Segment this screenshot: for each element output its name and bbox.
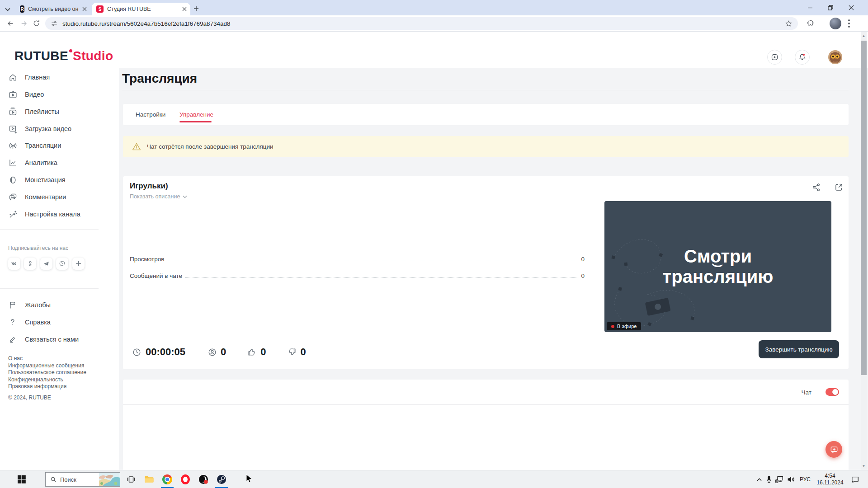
open-external-icon[interactable] bbox=[834, 183, 844, 194]
search-highlight-art[interactable] bbox=[99, 473, 120, 486]
share-icon[interactable] bbox=[811, 183, 821, 194]
tray-network-icon[interactable] bbox=[774, 470, 785, 488]
url-text[interactable]: studio.rutube.ru/stream/5602e4a7b516ef2e… bbox=[62, 20, 231, 27]
warning-text: Чат сотрётся после завершения трансляции bbox=[147, 143, 274, 150]
task-view-button[interactable] bbox=[125, 470, 137, 488]
sidebar-divider bbox=[0, 288, 99, 289]
notifications-button[interactable] bbox=[795, 50, 810, 65]
sidebar-item-playlists[interactable]: Плейлисты bbox=[0, 106, 115, 117]
live-dot-icon bbox=[611, 325, 614, 328]
scrollbar-up-arrow[interactable]: ▲ bbox=[861, 33, 867, 39]
browser-tab-1[interactable]: R Смотреть видео онлайн от «S bbox=[15, 3, 90, 15]
sidebar-item-streams[interactable]: Трансляции bbox=[0, 140, 115, 151]
rutube-favicon-icon: R bbox=[20, 5, 24, 13]
tray-chevron-up-icon[interactable] bbox=[754, 470, 764, 488]
footer-link-user-agreement[interactable]: Пользовательское соглашение bbox=[8, 369, 86, 376]
chat-card: Чат bbox=[123, 380, 849, 470]
social-vk-icon[interactable] bbox=[8, 258, 20, 270]
sidebar-item-comments[interactable]: Комментарии bbox=[0, 191, 115, 203]
tab-title: Смотреть видео онлайн от «S bbox=[28, 6, 78, 12]
coin-icon bbox=[8, 175, 18, 185]
sidebar-item-home[interactable]: Главная bbox=[0, 71, 115, 83]
upload-video-icon bbox=[8, 124, 18, 134]
sidebar-item-channel-settings[interactable]: Настройка канала bbox=[0, 208, 115, 220]
sidebar-item-label: Видео bbox=[25, 91, 44, 98]
steam-taskbar-button[interactable] bbox=[215, 470, 228, 488]
sidebar-item-label: Загрузка видео bbox=[25, 125, 71, 132]
chat-toggle[interactable] bbox=[826, 388, 839, 396]
window-minimize-icon[interactable] bbox=[800, 0, 820, 15]
rutube-studio-favicon-icon: S bbox=[96, 5, 104, 13]
chat-toggle-label: Чат bbox=[802, 389, 811, 396]
sidebar-item-help[interactable]: Справка bbox=[0, 316, 115, 328]
browser-profile-avatar[interactable] bbox=[830, 18, 841, 29]
bookmark-star-icon[interactable] bbox=[785, 20, 793, 28]
warning-triangle-icon bbox=[132, 142, 141, 151]
scrollbar-down-arrow[interactable]: ▼ bbox=[861, 463, 867, 469]
footer-link-privacy[interactable]: Конфиденциальность bbox=[8, 376, 86, 384]
social-viber-icon[interactable] bbox=[56, 258, 68, 270]
rutube-studio-logo[interactable]: RUTUBEStudio bbox=[14, 49, 113, 63]
tray-microphone-icon[interactable] bbox=[764, 470, 774, 488]
stat-value: 0 bbox=[581, 256, 585, 263]
tab-close-icon[interactable] bbox=[182, 7, 187, 11]
tab-management-active[interactable]: Управление bbox=[179, 111, 213, 118]
tab-search-chevron-icon[interactable] bbox=[5, 5, 11, 14]
site-settings-tune-icon[interactable] bbox=[51, 20, 58, 27]
forward-icon[interactable] bbox=[20, 19, 28, 28]
new-tab-icon[interactable] bbox=[193, 5, 199, 13]
chrome-icon bbox=[162, 474, 172, 484]
sidebar-item-upload[interactable]: Загрузка видео bbox=[0, 123, 115, 135]
social-telegram-icon[interactable] bbox=[40, 258, 52, 270]
tray-clock[interactable]: 4:54 16.11.2024 bbox=[814, 470, 846, 488]
page-scrollbar-thumb[interactable] bbox=[861, 41, 867, 375]
tab-settings[interactable]: Настройки bbox=[136, 111, 165, 118]
footer-link-about[interactable]: О нас bbox=[8, 355, 86, 362]
live-badge-label: В эфире bbox=[617, 324, 637, 329]
chrome-taskbar-button[interactable] bbox=[161, 470, 174, 488]
sidebar-item-analytics[interactable]: Аналитика bbox=[0, 157, 115, 169]
window-close-icon[interactable] bbox=[841, 0, 861, 15]
footer-link-info-messages[interactable]: Информационные сообщения bbox=[8, 362, 86, 370]
preview-headline-line2: трансляцию bbox=[663, 267, 774, 287]
support-widget-button[interactable] bbox=[826, 441, 842, 458]
taskbar-search-box[interactable]: Поиск bbox=[45, 472, 120, 487]
tray-volume-icon[interactable] bbox=[786, 470, 797, 488]
broadcast-icon bbox=[8, 141, 18, 150]
viewers-icon bbox=[208, 347, 217, 357]
stream-live-stats-row: 00:00:05 0 0 0 bbox=[132, 346, 306, 358]
sidebar-item-label: Монетизация bbox=[25, 176, 66, 183]
obs-taskbar-button[interactable] bbox=[197, 470, 210, 488]
tray-language-indicator[interactable]: РУС bbox=[798, 470, 812, 488]
file-explorer-button[interactable] bbox=[143, 470, 156, 488]
window-restore-icon[interactable] bbox=[820, 0, 840, 15]
sidebar-item-monetization[interactable]: Монетизация bbox=[0, 174, 115, 186]
sidebar-item-contact-us[interactable]: Связаться с нами bbox=[0, 333, 115, 345]
opera-taskbar-button[interactable] bbox=[179, 470, 192, 488]
address-bar[interactable]: studio.rutube.ru/stream/5602e4a7b516ef2e… bbox=[45, 17, 798, 30]
user-avatar-owl[interactable] bbox=[828, 50, 842, 64]
browser-tab-2-active[interactable]: S Студия RUTUBE bbox=[92, 3, 190, 15]
social-more-icon[interactable] bbox=[72, 258, 85, 270]
tray-time: 4:54 bbox=[825, 473, 835, 479]
sidebar-item-complaints[interactable]: Жалобы bbox=[0, 299, 115, 311]
thumbs-down-icon[interactable] bbox=[287, 347, 297, 357]
tab-close-icon[interactable] bbox=[82, 7, 87, 11]
create-stream-button[interactable] bbox=[767, 50, 782, 65]
social-odnoklassniki-icon[interactable] bbox=[24, 258, 36, 270]
action-center-button[interactable] bbox=[848, 470, 862, 488]
browser-menu-icon[interactable] bbox=[848, 19, 850, 28]
stream-preview[interactable]: Смотри трансляцию ) В эфире bbox=[604, 201, 831, 332]
extensions-puzzle-icon[interactable] bbox=[807, 19, 815, 28]
video-icon bbox=[8, 90, 18, 99]
back-icon[interactable] bbox=[6, 19, 14, 28]
thumbs-up-icon[interactable] bbox=[247, 347, 257, 357]
stat-label: Сообщений в чате bbox=[130, 272, 182, 279]
start-button[interactable] bbox=[16, 470, 27, 488]
sidebar-item-label: Плейлисты bbox=[25, 108, 59, 115]
sidebar-item-video[interactable]: Видео bbox=[0, 89, 115, 100]
footer-link-legal[interactable]: Правовая информация bbox=[8, 383, 86, 390]
reload-icon[interactable] bbox=[33, 19, 40, 27]
end-stream-button[interactable]: Завершить трансляцию bbox=[759, 340, 839, 358]
show-description-toggle[interactable]: Показать описание bbox=[130, 193, 187, 200]
